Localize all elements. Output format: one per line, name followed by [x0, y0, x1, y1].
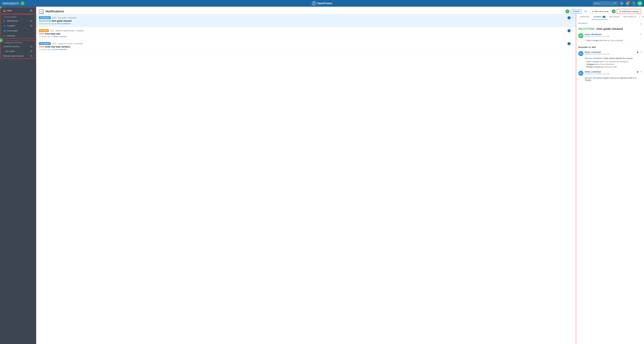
notification-ref-2: #101 - Website implementation - assigned	[50, 30, 84, 32]
user-guide-count: 2	[30, 50, 33, 52]
split-view: In progress #152 - User guide - mentione…	[36, 14, 644, 344]
share-detail-icon[interactable]: ⎘	[640, 23, 642, 25]
notification-title-2: TASK Print hand outs	[39, 33, 566, 35]
tab-overview[interactable]: OVERVIEW	[578, 14, 592, 20]
tab-watchers[interactable]: WATCHERS (2)	[621, 14, 638, 20]
help-button[interactable]: ?	[631, 1, 636, 6]
sidebar-inbox[interactable]: 📥 Inbox 4	[0, 7, 36, 14]
notification-name-1: User guide released	[52, 20, 72, 22]
sidebar: 1 📥 Inbox 4 ∧ INVOLVEMENT @ @mentioned 3…	[0, 7, 36, 344]
notification-sub-1: a few seconds ago by Birthe Lindenthal	[39, 23, 566, 25]
username-4: Birthe Lindenthal	[585, 71, 636, 73]
mention-simon-3: @Simon Wunderlich	[585, 57, 602, 60]
activity-date-2: updated on 11/10/2021 10:14 AM	[585, 36, 638, 38]
avatar-birthe-3: BL	[578, 51, 583, 56]
notification-sub-2: 3 minutes ago by Birthe Lindenthal	[39, 36, 566, 38]
content-area: ← Notifications 3 Unread All ✉ Mark all …	[36, 7, 644, 344]
unread-dot-4	[637, 71, 638, 73]
unread-dot-3	[637, 52, 638, 53]
accountable-icon: 👥	[3, 30, 6, 32]
website-impl-count: 1	[30, 55, 33, 57]
all-tab[interactable]: All	[582, 9, 589, 14]
user-guide-label: ... User guide	[3, 50, 14, 52]
header-actions: 3 Unread All ✉ Mark all as read 4 ⚙ Noti…	[566, 9, 641, 14]
notifications-bell[interactable]: 🔔 4	[625, 1, 630, 6]
mark-all-read-button[interactable]: ✉ Mark all as read	[590, 9, 610, 14]
notification-item-1[interactable]: In progress #152 - User guide - mentione…	[36, 14, 576, 27]
author-link-2[interactable]: Birthe Lindenthal	[53, 36, 67, 38]
chevron-icon-2: ∧	[3, 42, 4, 44]
unread-count-3: 1	[568, 42, 570, 45]
notification-item-3[interactable]: In progress #123 - Customer Success - me…	[36, 40, 576, 53]
search-input[interactable]	[594, 2, 613, 5]
chevron-icon: ∧	[3, 16, 4, 18]
notification-settings-button[interactable]: ⚙ Notification settings	[617, 9, 641, 14]
notification-actions-1: 2 ⎘	[568, 16, 573, 19]
task-label-3: TASK	[39, 46, 44, 48]
sidebar-item-website-impl[interactable]: Website implementation 1	[1, 54, 35, 58]
modules-button[interactable]: ⊞	[619, 1, 624, 6]
website-impl-label: Website implementation	[3, 55, 24, 57]
inbox-icon: 📥	[3, 9, 6, 12]
sidebar-item-assigned[interactable]: 👤 Assigned 1	[1, 23, 35, 28]
close-button[interactable]: ✕	[642, 15, 644, 19]
activity-entry-4: BL Birthe Lindenthal updated on 11/11/20…	[578, 71, 642, 81]
question-icon: ?	[633, 2, 634, 5]
author-link-3[interactable]: Birthe Lindenthal	[53, 49, 67, 51]
at-icon: @	[3, 20, 6, 22]
watching-label: Watching	[7, 35, 15, 37]
project-selector-label: Select a project	[3, 2, 16, 5]
activity-changes-3: Status changed from To be scheduled to I…	[585, 61, 642, 68]
set-parent-link[interactable]: Set parent +	[578, 22, 588, 24]
activity-date-4: updated on 11/11/2021 12:02 PM	[585, 73, 636, 75]
tab-watchers-label: WATCHERS (2)	[623, 16, 636, 18]
unread-count-1: 2	[568, 16, 570, 19]
search-icon: 🔍	[614, 2, 616, 5]
sidebar-item-accountable[interactable]: 👥 Accountable	[1, 28, 35, 33]
user-info-2: Simon Wunderlich updated on 11/10/2021 1…	[585, 33, 638, 38]
share-icon-2[interactable]: ⎘	[572, 30, 573, 32]
expand-button[interactable]: ⤢	[638, 15, 641, 19]
grid-icon: ⊞	[621, 2, 622, 5]
global-search-box[interactable]: 🔍	[593, 2, 618, 5]
sidebar-item-mentioned[interactable]: @ @mentioned 3	[1, 18, 35, 23]
avatar-simon-2: SW	[578, 33, 583, 38]
user-info-3: Birthe Lindenthal updated on 11/11/2021 …	[585, 51, 636, 55]
activity-header-4: BL Birthe Lindenthal updated on 11/11/20…	[578, 71, 642, 76]
unread-count-2: 1	[568, 29, 570, 32]
involvement-label: ∧ INVOLVEMENT	[1, 15, 35, 18]
activity-num-2: #2	[640, 33, 642, 35]
unread-section: 2 ∧ UNREAD BY PROJECT Customer Success 1…	[0, 40, 36, 59]
sidebar-item-watching[interactable]: 👁 Watching	[1, 33, 35, 38]
detail-content: Set parent + ⎘ MILESTONE User guide rele…	[576, 20, 644, 344]
inbox-label: Inbox	[7, 9, 12, 12]
tab-activity[interactable]: ACTIVITY 2	[592, 14, 608, 20]
inbox-count: 4	[30, 9, 33, 12]
activity-header-3: BL Birthe Lindenthal updated on 11/11/20…	[578, 51, 642, 56]
notifications-title: Notifications	[46, 10, 563, 13]
project-selector[interactable]: Select a project ▼	[2, 2, 20, 5]
date-separator-nov11: November 11, 2021	[578, 44, 642, 50]
chevron-down-icon: ▼	[16, 2, 18, 5]
detail-tabs: OVERVIEW ACTIVITY 2 RELATIONS WATCHERS (…	[576, 14, 644, 20]
author-link-1[interactable]: Birthe Lindenthal	[57, 23, 70, 25]
share-icon-3[interactable]: ⎘	[572, 43, 573, 45]
activity-comment-3: @Simon Wunderlich I have started with th…	[585, 57, 642, 60]
notification-ref-1: #152 - User guide - mentioned	[52, 17, 76, 19]
user-avatar[interactable]: SW	[637, 1, 642, 6]
notifications-header: ← Notifications 3 Unread All ✉ Mark all …	[36, 7, 644, 14]
task-label-2: TASK	[39, 33, 44, 35]
sidebar-item-user-guide[interactable]: ... User guide 2	[1, 49, 35, 54]
tab-relations[interactable]: RELATIONS	[608, 14, 622, 20]
check-icon: ✉	[592, 10, 594, 13]
avatar-birthe-4: BL	[578, 71, 583, 76]
share-icon-1[interactable]: ⎘	[572, 17, 573, 19]
svg-point-0	[312, 2, 316, 6]
unread-tab[interactable]: Unread	[570, 9, 582, 14]
add-project-button[interactable]: +	[20, 2, 24, 5]
change-status-2: Status changed from New to To be schedul…	[585, 39, 642, 42]
back-button[interactable]: ←	[39, 9, 44, 14]
sidebar-item-customer-success[interactable]: Customer Success 1	[1, 44, 35, 49]
notification-item-2[interactable]: In review #101 - Website implementation …	[36, 27, 576, 40]
activity-header-2: SW Simon Wunderlich updated on 11/10/202…	[578, 33, 642, 38]
